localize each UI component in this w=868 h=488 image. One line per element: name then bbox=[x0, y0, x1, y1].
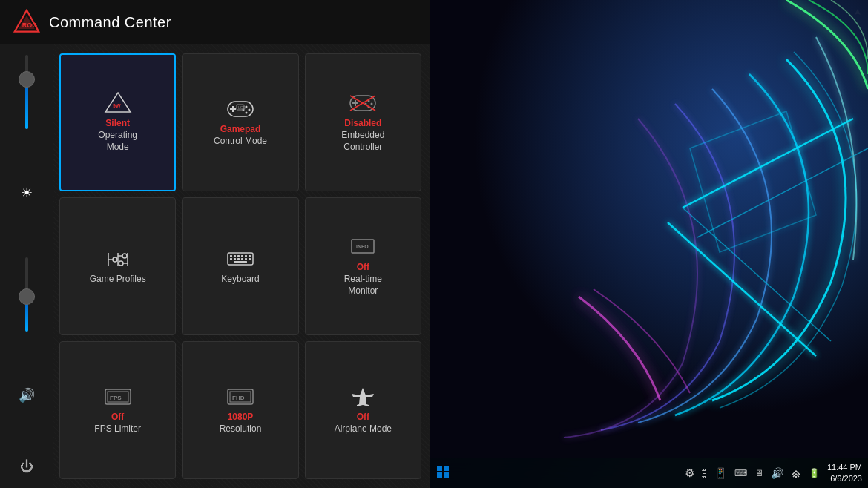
svg-point-25 bbox=[113, 257, 117, 262]
control-mode-status: Gamepad bbox=[220, 124, 261, 134]
airplane-mode-icon bbox=[347, 385, 378, 409]
svg-rect-41 bbox=[237, 258, 240, 260]
volume-taskbar-icon[interactable]: 🔊 bbox=[769, 466, 785, 481]
volume-slider-container bbox=[25, 257, 28, 332]
svg-rect-54 bbox=[430, 0, 868, 458]
svg-rect-62 bbox=[444, 472, 449, 478]
phone-taskbar-icon[interactable]: 📱 bbox=[713, 466, 729, 481]
airplane-mode-status: Off bbox=[357, 412, 369, 422]
tile-game-profiles[interactable]: Game Profiles bbox=[59, 197, 176, 335]
brightness-icon[interactable]: ☀ bbox=[21, 185, 33, 201]
svg-rect-60 bbox=[444, 466, 449, 471]
brightness-slider-container bbox=[25, 55, 28, 129]
network-taskbar-icon[interactable] bbox=[789, 466, 803, 481]
svg-rect-61 bbox=[437, 472, 442, 478]
brightness-slider-track[interactable] bbox=[25, 55, 28, 129]
keyboard-label: Keyboard bbox=[221, 274, 259, 286]
rog-wallpaper-svg bbox=[430, 0, 868, 458]
taskbar-time-display: 11:44 PM bbox=[827, 462, 862, 473]
operating-mode-status: Silent bbox=[105, 118, 130, 128]
resolution-status: 1080P bbox=[228, 412, 254, 422]
tiles-grid: 9W Silent OperatingMode LCD bbox=[53, 44, 430, 488]
svg-rect-44 bbox=[249, 258, 251, 260]
game-profiles-icon bbox=[102, 247, 134, 271]
keyboard-icon bbox=[225, 247, 256, 271]
keyboard-taskbar-icon[interactable]: ⌨ bbox=[733, 466, 749, 480]
taskbar-system-icons: ⚙ ₿ 📱 ⌨ 🖥 🔊 🔋 bbox=[683, 465, 821, 481]
svg-rect-59 bbox=[437, 466, 442, 471]
brightness-slider-thumb[interactable] bbox=[19, 71, 35, 88]
svg-rect-34 bbox=[234, 255, 236, 257]
tile-fps-limiter[interactable]: FPS Off FPS Limiter bbox=[59, 341, 176, 479]
taskbar-clock[interactable]: 11:44 PM 6/6/2023 bbox=[827, 462, 862, 485]
app-title: Command Center bbox=[49, 14, 171, 31]
embedded-controller-label: EmbeddedController bbox=[341, 130, 384, 153]
svg-rect-38 bbox=[249, 255, 251, 257]
gamepad-icon: LCD bbox=[225, 97, 256, 121]
display-taskbar-icon[interactable]: 🖥 bbox=[753, 466, 765, 480]
tile-keyboard[interactable]: Keyboard bbox=[182, 197, 298, 335]
sidebar: ☀ 🔊 ⏻ bbox=[0, 44, 53, 488]
svg-marker-3 bbox=[105, 93, 131, 112]
power-icon[interactable]: ⏻ bbox=[20, 459, 33, 475]
bluetooth-taskbar-icon[interactable]: ₿ bbox=[700, 466, 708, 481]
taskbar: ⚙ ₿ 📱 ⌨ 🖥 🔊 🔋 11:44 PM bbox=[430, 458, 868, 488]
header: ROG Command Center bbox=[0, 0, 430, 44]
svg-point-28 bbox=[122, 254, 127, 258]
svg-point-31 bbox=[119, 261, 123, 266]
control-mode-label: Control Mode bbox=[214, 136, 267, 148]
volume-slider-thumb[interactable] bbox=[19, 288, 35, 305]
volume-slider-fill bbox=[25, 302, 28, 332]
realtime-monitor-status: Off bbox=[357, 262, 369, 272]
tile-operating-mode[interactable]: 9W Silent OperatingMode bbox=[59, 53, 176, 191]
operating-mode-label: OperatingMode bbox=[98, 130, 137, 153]
svg-text:FPS: FPS bbox=[110, 395, 122, 401]
content-area: ☀ 🔊 ⏻ 9W bbox=[0, 44, 430, 488]
fps-limiter-label: FPS Limiter bbox=[94, 423, 141, 435]
tile-control-mode[interactable]: LCD Gamepad Control Mode bbox=[182, 53, 298, 191]
volume-slider-track[interactable] bbox=[25, 257, 28, 332]
tile-realtime-monitor[interactable]: INFO Off Real-timeMonitor bbox=[305, 197, 421, 335]
wallpaper-panel: ⚙ ₿ 📱 ⌨ 🖥 🔊 🔋 11:44 PM bbox=[430, 0, 868, 488]
svg-rect-45 bbox=[234, 261, 247, 263]
svg-rect-42 bbox=[241, 258, 243, 260]
volume-icon[interactable]: 🔊 bbox=[19, 387, 35, 403]
command-center-panel: ROG Command Center ☀ bbox=[0, 0, 430, 488]
resolution-icon: FHD bbox=[225, 385, 256, 409]
svg-point-11 bbox=[245, 112, 247, 114]
svg-rect-39 bbox=[230, 258, 232, 260]
svg-point-18 bbox=[371, 103, 373, 105]
realtime-monitor-label: Real-timeMonitor bbox=[344, 274, 382, 297]
svg-text:ROG: ROG bbox=[22, 22, 38, 29]
fps-limiter-status: Off bbox=[111, 412, 124, 422]
rog-silent-icon: 9W bbox=[102, 91, 134, 115]
tile-embedded-controller[interactable]: Disabled EmbeddedController bbox=[305, 53, 421, 191]
tile-airplane-mode[interactable]: Off Airplane Mode bbox=[305, 341, 421, 479]
svg-rect-33 bbox=[230, 255, 232, 257]
svg-rect-16 bbox=[352, 102, 358, 104]
fps-limiter-icon: FPS bbox=[102, 385, 134, 409]
steam-taskbar-icon[interactable]: ⚙ bbox=[683, 465, 696, 481]
svg-rect-43 bbox=[245, 258, 247, 260]
svg-rect-37 bbox=[245, 255, 247, 257]
svg-text:INFO: INFO bbox=[356, 244, 369, 249]
svg-rect-36 bbox=[241, 255, 243, 257]
svg-point-63 bbox=[795, 475, 797, 477]
svg-rect-7 bbox=[230, 108, 236, 110]
start-button[interactable] bbox=[436, 465, 450, 481]
game-profiles-label: Game Profiles bbox=[90, 274, 146, 286]
realtime-monitor-icon: INFO bbox=[347, 235, 378, 259]
brightness-slider-fill bbox=[25, 85, 28, 129]
embedded-controller-status: Disabled bbox=[344, 118, 381, 128]
svg-rect-40 bbox=[234, 258, 236, 260]
svg-rect-35 bbox=[237, 255, 240, 257]
airplane-mode-label: Airplane Mode bbox=[335, 423, 392, 435]
svg-point-9 bbox=[248, 109, 250, 111]
embedded-controller-icon bbox=[347, 91, 378, 115]
tile-resolution[interactable]: FHD 1080P Resolution bbox=[182, 341, 298, 479]
svg-text:LCD: LCD bbox=[238, 105, 246, 110]
taskbar-date-display: 6/6/2023 bbox=[830, 473, 862, 484]
battery-taskbar-icon[interactable]: 🔋 bbox=[807, 466, 821, 480]
svg-text:FHD: FHD bbox=[232, 395, 245, 401]
resolution-label: Resolution bbox=[220, 423, 262, 435]
